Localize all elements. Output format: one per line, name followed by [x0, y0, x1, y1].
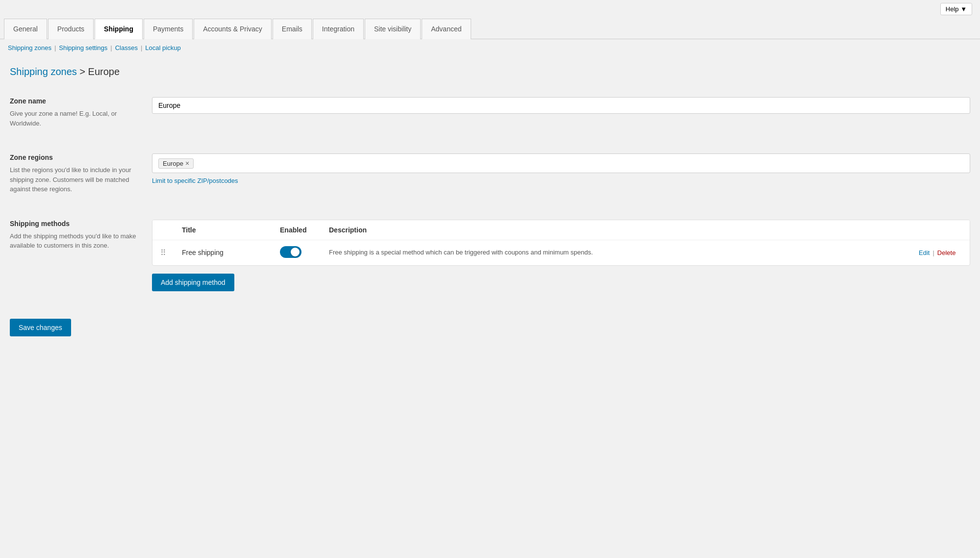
shipping-methods-section: Shipping methods Add the shipping method…	[10, 212, 970, 291]
breadcrumb-current: Europe	[88, 66, 120, 77]
method-edit-link[interactable]: Edit	[919, 249, 930, 256]
method-description: Free shipping is a special method which …	[329, 249, 593, 256]
add-shipping-method-button[interactable]: Add shipping method	[152, 274, 234, 291]
tab-general[interactable]: General	[4, 19, 47, 39]
region-tag: Europe ×	[158, 158, 194, 169]
col-drag-header	[152, 220, 174, 240]
help-button[interactable]: Help ▼	[940, 3, 972, 15]
shipping-methods-content: Title Enabled Description ⠿ Free shippin…	[152, 220, 970, 291]
page-title: Shipping zones > Europe	[10, 66, 970, 77]
shipping-methods-description: Add the shipping methods you'd like to m…	[10, 231, 137, 251]
shipping-methods-table: Title Enabled Description ⠿ Free shippin…	[152, 220, 970, 266]
zone-regions-label: Zone regions List the regions you'd like…	[10, 153, 137, 194]
tab-advanced[interactable]: Advanced	[422, 19, 471, 39]
method-enabled-cell	[272, 240, 321, 265]
col-title-header: Title	[174, 220, 272, 240]
tab-shipping[interactable]: Shipping	[95, 19, 143, 39]
drag-handle-cell: ⠿	[152, 240, 174, 265]
zone-name-description: Give your zone a name! E.g. Local, or Wo…	[10, 109, 137, 128]
actions-separator: |	[932, 249, 934, 256]
zone-name-heading: Zone name	[10, 97, 137, 105]
drag-handle-icon[interactable]: ⠿	[160, 249, 166, 257]
zone-regions-heading: Zone regions	[10, 153, 137, 161]
zone-regions-section: Zone regions List the regions you'd like…	[10, 146, 970, 194]
subnav-sep-3: |	[141, 44, 142, 51]
zone-regions-description: List the regions you'd like to include i…	[10, 165, 137, 194]
table-row: ⠿ Free shipping Free shipping	[152, 240, 970, 265]
method-description-cell: Free shipping is a special method which …	[321, 240, 911, 265]
subnav-local-pickup[interactable]: Local pickup	[145, 44, 180, 51]
shipping-methods-heading: Shipping methods	[10, 220, 137, 228]
tab-payments[interactable]: Payments	[144, 19, 193, 39]
subnav-sep-1: |	[54, 44, 56, 51]
col-enabled-header: Enabled	[272, 220, 321, 240]
subnav-classes[interactable]: Classes	[115, 44, 138, 51]
tabs-bar: General Products Shipping Payments Accou…	[0, 18, 980, 39]
tab-accounts-privacy[interactable]: Accounts & Privacy	[194, 19, 272, 39]
zone-name-input[interactable]	[152, 97, 970, 114]
breadcrumb-link[interactable]: Shipping zones	[10, 66, 77, 77]
col-description-header: Description	[321, 220, 911, 240]
zone-regions-input[interactable]: Europe ×	[152, 153, 970, 173]
zone-name-label: Zone name Give your zone a name! E.g. Lo…	[10, 97, 137, 128]
zone-name-section: Zone name Give your zone a name! E.g. Lo…	[10, 89, 970, 128]
tab-products[interactable]: Products	[48, 19, 94, 39]
tab-site-visibility[interactable]: Site visibility	[365, 19, 421, 39]
col-actions-header	[911, 220, 970, 240]
breadcrumb-separator: >	[79, 66, 88, 77]
page-content: Shipping zones > Europe Zone name Give y…	[0, 56, 980, 356]
method-title-cell: Free shipping	[174, 240, 272, 265]
top-bar: Help ▼	[0, 0, 980, 18]
subnav-shipping-zones[interactable]: Shipping zones	[8, 44, 51, 51]
limit-to-zip-link[interactable]: Limit to specific ZIP/postcodes	[152, 177, 238, 184]
save-changes-button[interactable]: Save changes	[10, 319, 71, 336]
shipping-methods-label: Shipping methods Add the shipping method…	[10, 220, 137, 291]
method-delete-link[interactable]: Delete	[937, 249, 956, 256]
toggle-thumb	[291, 248, 300, 256]
zone-name-content	[152, 97, 970, 128]
tab-integration[interactable]: Integration	[313, 19, 364, 39]
method-title: Free shipping	[182, 249, 224, 256]
sub-nav: Shipping zones | Shipping settings | Cla…	[0, 39, 980, 56]
method-row-actions: Edit | Delete	[919, 249, 962, 256]
zone-regions-content: Europe × Limit to specific ZIP/postcodes	[152, 153, 970, 194]
region-tag-label: Europe	[163, 160, 183, 167]
method-actions-cell: Edit | Delete	[911, 240, 970, 265]
subnav-shipping-settings[interactable]: Shipping settings	[59, 44, 107, 51]
method-enabled-toggle[interactable]	[280, 246, 302, 258]
region-tag-remove[interactable]: ×	[185, 160, 189, 167]
tab-emails[interactable]: Emails	[273, 19, 312, 39]
table-header-row: Title Enabled Description	[152, 220, 970, 240]
subnav-sep-2: |	[110, 44, 112, 51]
